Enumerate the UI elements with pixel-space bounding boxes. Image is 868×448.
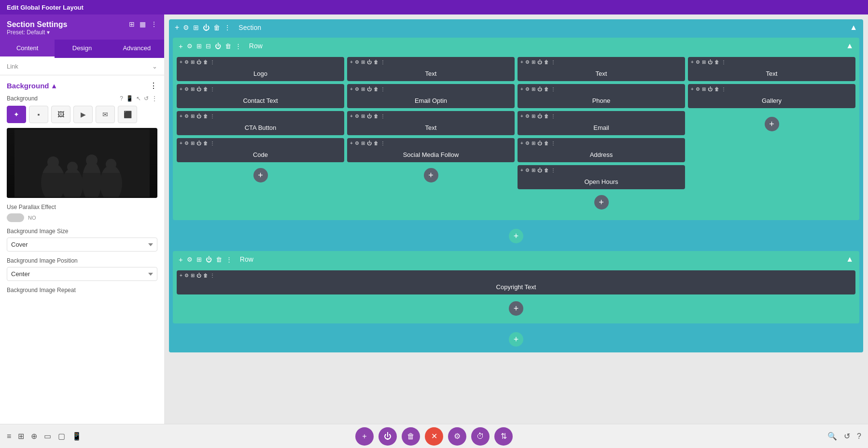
trash-bottom-btn[interactable]: 🗑 [402, 427, 420, 446]
mobile-icon[interactable]: 📱 [72, 432, 82, 441]
more-icon[interactable]: ⋮ [551, 140, 556, 146]
more-icon[interactable]: ⋮ [235, 42, 241, 50]
power-icon[interactable]: ⏻ [367, 59, 372, 65]
settings-icon[interactable]: ⚙ [184, 140, 189, 146]
more-icon[interactable]: ⋮ [551, 168, 556, 173]
settings-icon[interactable]: ⚙ [355, 113, 359, 119]
more-icon[interactable]: ⋮ [152, 95, 157, 102]
tab-advanced[interactable]: Advanced [110, 40, 164, 58]
add-icon[interactable]: + [175, 23, 179, 32]
trash-icon[interactable]: 🗑 [216, 256, 222, 263]
tab-design[interactable]: Design [55, 40, 109, 58]
trash-icon[interactable]: 🗑 [544, 168, 549, 173]
grid-icon[interactable]: ⊞ [18, 432, 24, 441]
bg-type-gradient[interactable]: ▪ [29, 106, 48, 123]
trash-icon[interactable]: 🗑 [544, 113, 549, 119]
close-bottom-btn[interactable]: ✕ [425, 427, 443, 446]
trash-icon[interactable]: 🗑 [203, 273, 208, 278]
settings-icon[interactable]: ⚙ [696, 86, 700, 92]
copy-icon[interactable]: ⊞ [361, 86, 365, 92]
chevron-up-icon[interactable]: ▴ [52, 82, 56, 90]
copy-icon[interactable]: ⊞ [532, 113, 535, 119]
add-icon[interactable]: + [350, 59, 353, 65]
settings-icon[interactable]: ⚙ [355, 59, 359, 65]
power-icon[interactable]: ⏻ [206, 256, 212, 263]
add-icon[interactable]: + [179, 255, 183, 264]
more-icon[interactable]: ⋮ [226, 256, 232, 263]
power-icon[interactable]: ⏻ [708, 86, 713, 92]
settings-icon[interactable]: ⚙ [184, 273, 189, 278]
help-icon[interactable]: ? [120, 95, 123, 102]
settings-icon[interactable]: ⚙ [355, 140, 359, 146]
more-icon[interactable]: ⋮ [210, 140, 215, 146]
bg-type-mask[interactable]: ✉ [96, 106, 115, 123]
more-icon[interactable]: ⋮ [151, 20, 157, 28]
collapse-icon[interactable]: ▲ [846, 255, 854, 263]
add-icon[interactable]: + [691, 86, 694, 92]
trash-icon[interactable]: 🗑 [374, 140, 378, 146]
add-icon[interactable]: + [179, 42, 183, 50]
copy-icon[interactable]: ⊞ [191, 59, 195, 65]
settings-icon[interactable]: ⚙ [184, 113, 189, 119]
power-icon[interactable]: ⏻ [196, 140, 201, 146]
power-icon[interactable]: ⏻ [537, 168, 542, 173]
copy-icon[interactable]: ⊞ [532, 86, 535, 92]
trash-icon[interactable]: 🗑 [374, 113, 378, 119]
reset-icon[interactable]: ↺ [144, 95, 149, 102]
collapse-icon[interactable]: ▲ [846, 42, 854, 50]
menu-icon[interactable]: ≡ [7, 432, 11, 441]
bg-type-pattern[interactable]: ⬛ [118, 106, 137, 123]
add-section-btn[interactable]: + [509, 332, 523, 347]
trash-icon[interactable]: 🗑 [225, 42, 231, 50]
add-icon[interactable]: + [520, 113, 523, 119]
add-icon[interactable]: + [350, 113, 353, 119]
power-icon[interactable]: ⏻ [196, 273, 201, 278]
collapse-icon[interactable]: ▲ [850, 23, 857, 32]
trash-icon[interactable]: 🗑 [213, 24, 220, 31]
layout-bottom-btn[interactable]: ⇅ [494, 427, 513, 446]
settings-icon[interactable]: ⚙ [525, 113, 530, 119]
add-icon[interactable]: + [180, 273, 182, 278]
more-icon[interactable]: ⋮ [224, 24, 231, 31]
parallax-toggle[interactable] [7, 213, 24, 222]
zoom-icon[interactable]: ⊕ [31, 432, 37, 441]
copy-icon[interactable]: ⊞ [191, 86, 195, 92]
trash-icon[interactable]: 🗑 [203, 140, 208, 146]
copy-icon[interactable]: ⊞ [191, 113, 195, 119]
settings-icon[interactable]: ⚙ [187, 256, 193, 263]
bg-type-video[interactable]: ▶ [73, 106, 93, 123]
trash-icon[interactable]: 🗑 [714, 59, 719, 65]
add-icon[interactable]: + [180, 140, 182, 146]
copy-icon[interactable]: ⊞ [191, 140, 195, 146]
more-icon[interactable]: ⋮ [210, 59, 215, 65]
trash-icon[interactable]: 🗑 [714, 86, 719, 92]
add-section-bottom-btn[interactable]: + [355, 427, 374, 446]
more-icon[interactable]: ⋮ [210, 273, 215, 278]
help-icon[interactable]: ? [857, 432, 861, 441]
link-section[interactable]: Link ⌄ [0, 58, 164, 75]
add-icon[interactable]: + [691, 59, 694, 65]
add-module-col3-btn[interactable]: + [594, 195, 609, 210]
add-icon[interactable]: + [180, 86, 182, 92]
power-icon[interactable]: ⏻ [537, 140, 542, 146]
settings-icon[interactable]: ⚙ [696, 59, 700, 65]
copy-icon[interactable]: ⊞ [196, 42, 202, 50]
settings-icon[interactable]: ⚙ [187, 42, 193, 50]
add-icon[interactable]: + [180, 59, 182, 65]
add-icon[interactable]: + [520, 59, 523, 65]
power-icon[interactable]: ⏻ [537, 59, 542, 65]
more-icon[interactable]: ⋮ [380, 113, 385, 119]
add-icon[interactable]: + [520, 86, 523, 92]
tablet-icon[interactable]: ▢ [58, 432, 65, 441]
add-icon[interactable]: + [520, 168, 523, 173]
desktop-icon[interactable]: ▭ [44, 432, 51, 441]
add-row1-btn[interactable]: + [509, 229, 523, 243]
add-icon[interactable]: + [180, 113, 182, 119]
add-module-col2-btn[interactable]: + [424, 168, 438, 182]
grid-icon[interactable]: ▦ [140, 20, 146, 28]
trash-icon[interactable]: 🗑 [544, 140, 549, 146]
settings-bottom-btn[interactable]: ⚙ [448, 427, 466, 446]
power-icon[interactable]: ⏻ [537, 113, 542, 119]
phone-icon[interactable]: 📱 [126, 95, 133, 102]
copy-icon[interactable]: ⊞ [702, 59, 706, 65]
